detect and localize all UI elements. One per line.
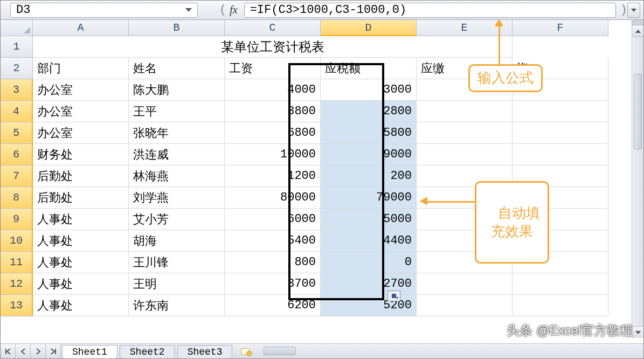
split-handle-icon[interactable] bbox=[632, 20, 643, 25]
cell-C11[interactable]: 800 bbox=[225, 252, 321, 273]
cell-A6[interactable]: 财务处 bbox=[33, 144, 129, 165]
cell-F6[interactable] bbox=[513, 144, 608, 165]
cell-A13[interactable]: 人事处 bbox=[33, 295, 129, 316]
cell-D5[interactable]: 5800 bbox=[321, 122, 417, 144]
cell-F12[interactable] bbox=[513, 273, 608, 295]
cell-B4[interactable]: 王平 bbox=[129, 101, 225, 122]
row-header-6[interactable]: 6 bbox=[1, 144, 33, 165]
cell-D10[interactable]: 4400 bbox=[321, 230, 417, 252]
cell-C9[interactable]: 6000 bbox=[225, 209, 321, 230]
cell-C8[interactable]: 80000 bbox=[225, 187, 321, 209]
new-sheet-icon[interactable] bbox=[237, 344, 256, 358]
cell-D9[interactable]: 5000 bbox=[321, 209, 417, 230]
row-header-10[interactable]: 10 bbox=[1, 230, 33, 252]
cell-A10[interactable]: 人事处 bbox=[33, 230, 129, 252]
cell-C3[interactable]: 4000 bbox=[225, 79, 321, 101]
cell-B3[interactable]: 陈大鹏 bbox=[129, 79, 225, 101]
cell-D11[interactable]: 0 bbox=[321, 252, 417, 273]
name-box[interactable]: D3 bbox=[10, 3, 198, 18]
tab-nav-last-icon[interactable] bbox=[46, 344, 61, 358]
row-header-12[interactable]: 12 bbox=[1, 273, 33, 295]
scroll-up-button[interactable] bbox=[632, 25, 643, 37]
cell-C6[interactable]: 10000 bbox=[225, 144, 321, 165]
cell-A12[interactable]: 人事处 bbox=[33, 273, 129, 295]
cell-E12[interactable] bbox=[417, 273, 513, 295]
column-header-D[interactable]: D bbox=[321, 20, 417, 36]
cell-E5[interactable] bbox=[417, 122, 513, 144]
header-cell-B[interactable]: 姓名 bbox=[129, 58, 225, 79]
cell-A4[interactable]: 办公室 bbox=[33, 101, 129, 122]
cell-C7[interactable]: 1200 bbox=[225, 165, 321, 187]
cell-B10[interactable]: 胡海 bbox=[129, 230, 225, 252]
cell-E4[interactable] bbox=[417, 101, 513, 122]
sheet-tab-Sheet2[interactable]: Sheet2 bbox=[120, 345, 175, 358]
row-header-4[interactable]: 4 bbox=[1, 101, 33, 122]
cell-A8[interactable]: 后勤处 bbox=[33, 187, 129, 209]
row-header-5[interactable]: 5 bbox=[1, 122, 33, 144]
cell-C10[interactable]: 5400 bbox=[225, 230, 321, 252]
row-header-9[interactable]: 9 bbox=[1, 209, 33, 230]
formula-input[interactable]: =IF(C3>1000,C3-1000,0) bbox=[244, 3, 616, 18]
cell-E13[interactable] bbox=[417, 295, 513, 316]
cell-A5[interactable]: 办公室 bbox=[33, 122, 129, 144]
cell-B6[interactable]: 洪连威 bbox=[129, 144, 225, 165]
row-headers: 12345678910111213 bbox=[1, 36, 33, 316]
cell-A9[interactable]: 人事处 bbox=[33, 209, 129, 230]
horizontal-scroll-thumb[interactable] bbox=[264, 347, 296, 355]
cell-B13[interactable]: 许东南 bbox=[129, 295, 225, 316]
row-header-11[interactable]: 11 bbox=[1, 252, 33, 273]
scroll-down-button[interactable] bbox=[632, 326, 643, 338]
cell-D6[interactable]: 9000 bbox=[321, 144, 417, 165]
tab-nav-first-icon[interactable] bbox=[1, 344, 16, 358]
cell-A7[interactable]: 后勤处 bbox=[33, 165, 129, 187]
header-cell-A[interactable]: 部门 bbox=[33, 58, 129, 79]
scroll-thumb[interactable] bbox=[634, 74, 642, 149]
cell-B11[interactable]: 王川锋 bbox=[129, 252, 225, 273]
cell-A3[interactable]: 办公室 bbox=[33, 79, 129, 101]
cell-B7[interactable]: 林海燕 bbox=[129, 165, 225, 187]
cell-C5[interactable]: 6800 bbox=[225, 122, 321, 144]
cell-F13[interactable] bbox=[513, 295, 608, 316]
cell-C13[interactable]: 6200 bbox=[225, 295, 321, 316]
title-cell[interactable]: 某单位工资计税表 bbox=[33, 36, 513, 58]
vertical-scrollbar[interactable] bbox=[632, 20, 643, 338]
horizontal-scroll-track[interactable] bbox=[261, 344, 643, 358]
cell-C12[interactable]: 3700 bbox=[225, 273, 321, 295]
cell-D3[interactable]: 3000 bbox=[321, 79, 417, 101]
row-header-8[interactable]: 8 bbox=[1, 187, 33, 209]
cell-A11[interactable]: 人事处 bbox=[33, 252, 129, 273]
tab-nav-next-icon[interactable] bbox=[31, 344, 46, 358]
tab-nav-prev-icon[interactable] bbox=[16, 344, 31, 358]
cell-B8[interactable]: 刘学燕 bbox=[129, 187, 225, 209]
sheet-tab-Sheet1[interactable]: Sheet1 bbox=[62, 345, 117, 358]
column-header-A[interactable]: A bbox=[33, 20, 129, 36]
cell-E6[interactable] bbox=[417, 144, 513, 165]
column-header-F[interactable]: F bbox=[513, 20, 608, 36]
sheet-tab-Sheet3[interactable]: Sheet3 bbox=[177, 345, 233, 358]
cell-D4[interactable]: 2800 bbox=[321, 101, 417, 122]
cell-D13[interactable]: 5200 bbox=[321, 295, 417, 316]
fx-icon[interactable]: fx bbox=[230, 4, 237, 16]
cell-B9[interactable]: 艾小芳 bbox=[129, 209, 225, 230]
cell-B5[interactable]: 张晓年 bbox=[129, 122, 225, 144]
select-all-corner[interactable] bbox=[1, 20, 33, 36]
cell-F5[interactable] bbox=[513, 122, 608, 144]
header-cell-D[interactable]: 应税额 bbox=[321, 58, 417, 79]
row-header-1[interactable]: 1 bbox=[1, 36, 33, 58]
cell-D8[interactable]: 79000 bbox=[321, 187, 417, 209]
column-header-C[interactable]: C bbox=[225, 20, 321, 36]
row-header-7[interactable]: 7 bbox=[1, 165, 33, 187]
cell-C4[interactable]: 3800 bbox=[225, 101, 321, 122]
cell-F4[interactable] bbox=[513, 101, 608, 122]
column-header-B[interactable]: B bbox=[129, 20, 225, 36]
row-header-3[interactable]: 3 bbox=[1, 79, 33, 101]
autofill-options-icon[interactable]: + bbox=[387, 291, 400, 301]
cell-B12[interactable]: 王明 bbox=[129, 273, 225, 295]
row-header-2[interactable]: 2 bbox=[1, 58, 33, 79]
cell-D12[interactable]: 2700 bbox=[321, 273, 417, 295]
formula-expand-icon[interactable] bbox=[627, 3, 640, 18]
name-box-dropdown-icon[interactable] bbox=[185, 8, 192, 12]
cell-D7[interactable]: 200 bbox=[321, 165, 417, 187]
row-header-13[interactable]: 13 bbox=[1, 295, 33, 316]
header-cell-C[interactable]: 工资 bbox=[225, 58, 321, 79]
